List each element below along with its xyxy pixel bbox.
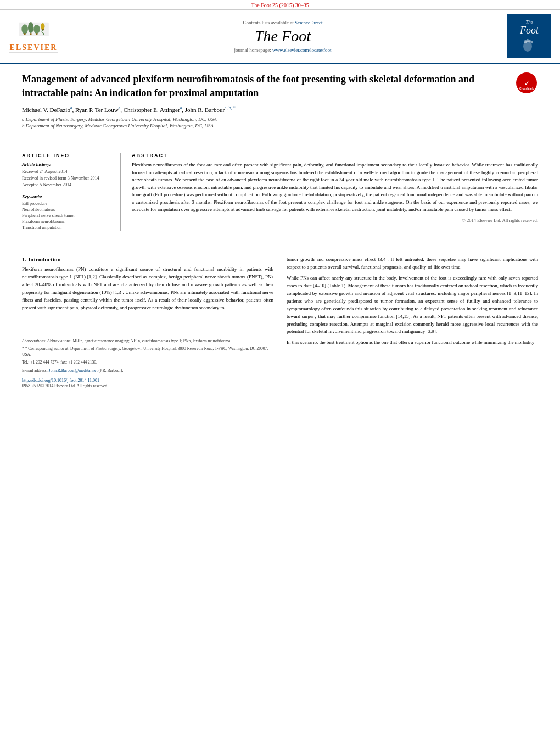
contents-label: Contents lists available at: [243, 20, 294, 25]
keyword-4: Plexiform neurofibroma: [22, 219, 114, 224]
sciencedirect-link[interactable]: ScienceDirect: [295, 20, 322, 25]
received-date: Received 24 August 2014: [22, 169, 114, 175]
tel-footnote: Tel.: +1 202 444 7274; fax: +1 202 444 2…: [22, 359, 273, 365]
article-info-abstract: ARTICLE INFO Article history: Received 2…: [22, 147, 538, 231]
keyword-1: Ertl procedure: [22, 201, 114, 206]
svg-point-12: [529, 40, 531, 42]
foot-icon-svg: [521, 36, 537, 53]
author3: Christopher E. Attinger: [124, 107, 180, 113]
authors-line: Michael V. DeFazioa, Ryan P. Ter Louwa, …: [22, 105, 505, 113]
svg-point-7: [41, 23, 44, 30]
body-columns: 1. Introduction Plexiform neurofibromas …: [0, 256, 560, 390]
svg-rect-8: [41, 29, 43, 30]
elsevier-logo-svg: [10, 20, 57, 42]
content-divider: [22, 248, 538, 248]
corresponding-footnote: * * Corresponding author at: Department …: [22, 345, 273, 358]
accepted-date: Accepted 5 November 2014: [22, 182, 114, 188]
journal-title: The Foot: [64, 27, 502, 45]
email-name: (J.R. Barbour).: [98, 368, 123, 373]
footnotes-block: Abbreviations: Abbreviations: MRIn, agne…: [22, 334, 273, 389]
doi-block: http://dx.doi.org/10.1016/j.foot.2014.11…: [22, 377, 273, 383]
issn-line: 0958-2592/© 2014 Elsevier Ltd. All right…: [22, 383, 273, 389]
article-title: Management of advanced plexiform neurofi…: [22, 72, 505, 100]
affiliation-a: a Department of Plastic Surgery, Medstar…: [22, 116, 505, 122]
received-revised-date: Received in revised form 3 November 2014: [22, 175, 114, 182]
intro-col2-p2: While PNs can affect nearly any structur…: [287, 275, 538, 336]
elsevier-logo: ELSEVIER: [9, 20, 58, 53]
crossmark-icon: ✓ CrossMark: [516, 72, 537, 93]
journal-header: ELSEVIER Contents lists available at Sci…: [0, 10, 560, 64]
foot-label: Foot: [520, 25, 539, 36]
intro-text-col1: Plexiform neurofibromas (PN) constitute …: [22, 266, 273, 312]
copyright: © 2014 Elsevier Ltd. All rights reserved…: [132, 217, 538, 224]
email-label: E-mail address:: [22, 368, 48, 373]
doi-link[interactable]: http://dx.doi.org/10.1016/j.foot.2014.11…: [22, 377, 99, 383]
corresponding-text: * Corresponding author at: Department of…: [22, 346, 268, 357]
svg-point-11: [527, 39, 529, 42]
page: The Foot 25 (2015) 30–35 ELSEVIER: [0, 0, 560, 742]
email-footnote: E-mail address: John.R.Barbour@medstar.n…: [22, 367, 273, 373]
svg-point-3: [33, 25, 40, 34]
article-title-section: Management of advanced plexiform neurofi…: [22, 72, 538, 140]
affiliation-b: b Department of Neurosurgery, Medstar Ge…: [22, 123, 505, 129]
abstract-paragraph: Plexiform neurofibromas of the foot are …: [132, 161, 538, 214]
the-label: The: [520, 19, 539, 25]
article-title-text: Management of advanced plexiform neurofi…: [22, 72, 505, 133]
journal-homepage: journal homepage: www.elsevier.com/locat…: [64, 47, 502, 53]
intro-col2-p1: tumor growth and compressive mass effect…: [287, 256, 538, 271]
svg-point-2: [27, 22, 33, 33]
homepage-url[interactable]: www.elsevier.com/locate/foot: [272, 47, 331, 53]
sciencedirect-label: Contents lists available at ScienceDirec…: [64, 20, 502, 25]
journal-ref-bar: The Foot 25 (2015) 30–35: [0, 0, 560, 10]
svg-text:✓: ✓: [524, 80, 529, 87]
svg-rect-6: [36, 33, 37, 35]
author4-sup: a, b, *: [225, 105, 236, 110]
affiliations: a Department of Plastic Surgery, Medstar…: [22, 116, 505, 129]
foot-logo-inner: The Foot: [520, 19, 539, 54]
keywords-label: Keywords:: [22, 194, 114, 199]
abbreviations-footnote: Abbreviations: Abbreviations: MRIn, agne…: [22, 338, 273, 344]
author3-sup: a: [180, 105, 182, 110]
author1: Michael V. DeFazio: [22, 107, 70, 113]
intro-col2-p3: In this scenario, the best treatment opt…: [287, 339, 538, 347]
homepage-url-text: www.elsevier.com/locate/foot: [272, 47, 331, 53]
homepage-label: journal homepage:: [234, 47, 271, 53]
article-info-col: ARTICLE INFO Article history: Received 2…: [22, 153, 121, 231]
crossmark-badge: ✓ CrossMark: [516, 72, 538, 94]
abstract-col: ABSTRACT Plexiform neurofibromas of the …: [132, 153, 538, 231]
abstract-body: Plexiform neurofibromas of the foot are …: [132, 161, 538, 224]
author2: Ryan P. Ter Louw: [75, 107, 119, 113]
elsevier-wordmark: ELSEVIER: [10, 43, 58, 52]
svg-rect-4: [24, 33, 25, 35]
foot-journal-logo: The Foot: [507, 14, 551, 58]
sciencedirect-name: ScienceDirect: [295, 20, 322, 25]
abstract-heading: ABSTRACT: [132, 153, 538, 158]
article-history-block: Article history: Received 24 August 2014…: [22, 161, 114, 188]
keyword-3: Peripheral nerve sheath tumor: [22, 213, 114, 218]
abbrev-label: Abbreviations:: [22, 338, 46, 343]
email-link[interactable]: John.R.Barbour@medstar.net: [49, 368, 99, 373]
body-col-right: tumor growth and compressive mass effect…: [287, 256, 538, 390]
article-info-heading: ARTICLE INFO: [22, 153, 114, 158]
svg-point-1: [21, 24, 28, 34]
author4: John R. Barbour: [185, 107, 225, 113]
author2-sup: a: [119, 105, 121, 110]
keywords-block: Keywords: Ertl procedure Neurofibromatos…: [22, 194, 114, 230]
intro-text-col2: tumor growth and compressive mass effect…: [287, 256, 538, 347]
keyword-2: Neurofibromatosis: [22, 207, 114, 212]
body-col-left: 1. Introduction Plexiform neurofibromas …: [22, 256, 273, 390]
doi-text: http://dx.doi.org/10.1016/j.foot.2014.11…: [22, 378, 99, 383]
keyword-5: Transtibial amputation: [22, 225, 114, 230]
journal-center: Contents lists available at ScienceDirec…: [64, 20, 502, 53]
svg-point-13: [531, 41, 533, 43]
intro-title: 1. Introduction: [22, 256, 273, 263]
article-history-label: Article history:: [22, 161, 114, 167]
journal-ref: The Foot 25 (2015) 30–35: [251, 2, 309, 8]
article-content: Management of advanced plexiform neurofi…: [0, 64, 560, 240]
svg-rect-5: [30, 33, 31, 35]
svg-text:CrossMark: CrossMark: [519, 87, 534, 90]
author1-sup: a: [70, 105, 72, 110]
email-address: John.R.Barbour@medstar.net: [49, 368, 98, 373]
intro-p1: Plexiform neurofibromas (PN) constitute …: [22, 266, 273, 312]
abbrev-text: Abbreviations: MRIn, agnetic resonance i…: [47, 338, 232, 343]
